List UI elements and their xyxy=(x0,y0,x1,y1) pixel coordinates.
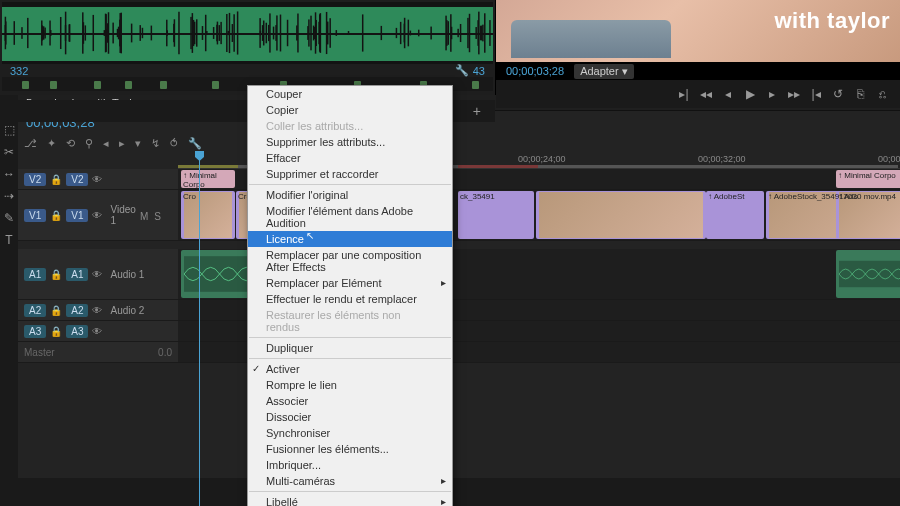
timeline-ctrl-3[interactable]: ⚲ xyxy=(85,137,93,150)
menu-item[interactable]: Modifier l'original xyxy=(248,187,452,203)
marker[interactable] xyxy=(212,81,219,89)
menu-item[interactable]: Multi-caméras xyxy=(248,473,452,489)
marker[interactable] xyxy=(125,81,132,89)
menu-item[interactable]: Supprimer et raccorder xyxy=(248,166,452,182)
toggle-icon[interactable]: 👁 xyxy=(92,269,102,280)
lock-icon[interactable]: 🔒 xyxy=(50,326,62,337)
toggle-icon[interactable]: 👁 xyxy=(92,326,102,337)
menu-item[interactable]: Libellé xyxy=(248,494,452,506)
transport-button-9[interactable]: ⎌ xyxy=(872,84,892,104)
clip[interactable] xyxy=(536,191,706,239)
wrench-icon[interactable]: 🔧 xyxy=(455,64,469,77)
lock-icon[interactable]: 🔒 xyxy=(50,210,62,221)
transport-button-3[interactable]: ▶ xyxy=(740,84,760,104)
clip[interactable]: Cro xyxy=(181,191,235,239)
transport-button-8[interactable]: ⎘ xyxy=(850,84,870,104)
transport-button-4[interactable]: ▸ xyxy=(762,84,782,104)
clip[interactable]: ck_35491 xyxy=(458,191,534,239)
track-head-v2[interactable]: V2🔒V2👁 xyxy=(18,169,178,189)
timeline-ctrl-5[interactable]: ▸ xyxy=(119,137,125,150)
track-tag[interactable]: A2 xyxy=(24,304,46,317)
track-tag2[interactable]: V1 xyxy=(66,209,88,222)
program-timecode[interactable]: 00;00;03;28 xyxy=(506,65,564,77)
lock-icon[interactable]: 🔒 xyxy=(50,174,62,185)
marker[interactable] xyxy=(50,81,57,89)
track-tag[interactable]: A3 xyxy=(24,325,46,338)
program-video[interactable]: with taylor xyxy=(496,0,900,62)
timeline-ctrl-1[interactable]: ✦ xyxy=(47,137,56,150)
clip[interactable]: ↑ AdobeSt xyxy=(706,191,764,239)
menu-item[interactable]: Effectuer le rendu et remplacer xyxy=(248,291,452,307)
menu-item[interactable]: Associer xyxy=(248,393,452,409)
track-tag2[interactable]: A3 xyxy=(66,325,88,338)
menu-item[interactable]: Copier xyxy=(248,102,452,118)
track-head-a1[interactable]: A1🔒A1👁Audio 1 xyxy=(18,249,178,299)
transport-button-5[interactable]: ▸▸ xyxy=(784,84,804,104)
lock-icon[interactable]: 🔒 xyxy=(50,269,62,280)
timeline-ctrl-6[interactable]: ▾ xyxy=(135,137,141,150)
track-tag[interactable]: A1 xyxy=(24,268,46,281)
timeline-ctrl-8[interactable]: ⥀ xyxy=(170,137,178,150)
svg-rect-33 xyxy=(190,17,191,33)
menu-item[interactable]: Activer xyxy=(248,361,452,377)
menu-item[interactable]: Remplacer par Elément xyxy=(248,275,452,291)
add-button[interactable]: + xyxy=(473,103,495,119)
tool-3[interactable]: ↔ xyxy=(2,167,16,181)
menu-item[interactable]: Fusionner les éléments... xyxy=(248,441,452,457)
clip[interactable] xyxy=(836,250,900,298)
track-head-master[interactable]: Master0.0 xyxy=(18,342,178,362)
track-tag[interactable]: V2 xyxy=(24,173,46,186)
tool-4[interactable]: ⇢ xyxy=(2,189,16,203)
timeline-ctrl-2[interactable]: ⟲ xyxy=(66,137,75,150)
svg-rect-92 xyxy=(229,33,230,53)
svg-rect-154 xyxy=(457,33,458,37)
toggle-icon[interactable]: 👁 xyxy=(92,174,102,185)
menu-item[interactable]: Effacer xyxy=(248,150,452,166)
transport-button-2[interactable]: ◂ xyxy=(718,84,738,104)
context-menu: CouperCopierColler les attributs...Suppr… xyxy=(247,85,453,506)
svg-rect-195 xyxy=(268,25,269,33)
timeline-ctrl-4[interactable]: ◂ xyxy=(103,137,109,150)
menu-item[interactable]: Modifier l'élément dans Adobe Audition xyxy=(248,203,452,231)
menu-item[interactable]: Couper xyxy=(248,86,452,102)
track-tag2[interactable]: A1 xyxy=(66,268,88,281)
toggle-icon[interactable]: 👁 xyxy=(92,210,102,221)
playhead[interactable] xyxy=(199,153,200,506)
menu-item[interactable]: Remplacer par une composition After Effe… xyxy=(248,247,452,275)
menu-item[interactable]: Dissocier xyxy=(248,409,452,425)
track-head-v1[interactable]: V1🔒V1👁Video 1MS xyxy=(18,190,178,240)
track-tag2[interactable]: V2 xyxy=(66,173,88,186)
tool-6[interactable]: T xyxy=(2,233,16,247)
track-head-a3[interactable]: A3🔒A3👁 xyxy=(18,321,178,341)
timeline-ctrl-0[interactable]: ⎇ xyxy=(24,137,37,150)
transport-button-7[interactable]: ↺ xyxy=(828,84,848,104)
marker[interactable] xyxy=(94,81,101,89)
fit-dropdown[interactable]: Adapter▾ xyxy=(574,64,634,79)
menu-item[interactable]: Imbriquer... xyxy=(248,457,452,473)
timeline-ctrl-7[interactable]: ↯ xyxy=(151,137,160,150)
track-tag[interactable]: V1 xyxy=(24,209,46,222)
transport-button-0[interactable]: ▸| xyxy=(674,84,694,104)
clip[interactable]: ↑ Minimal Corpo xyxy=(181,170,235,188)
menu-item[interactable]: Rompre le lien xyxy=(248,377,452,393)
menu-item[interactable]: Synchroniser xyxy=(248,425,452,441)
tool-5[interactable]: ✎ xyxy=(2,211,16,225)
marker[interactable] xyxy=(472,81,479,89)
audio-waveform[interactable] xyxy=(2,2,493,64)
track-head-a2[interactable]: A2🔒A2👁Audio 2 xyxy=(18,300,178,320)
tool-1[interactable]: ⬚ xyxy=(2,123,16,137)
menu-item[interactable]: Dupliquer xyxy=(248,340,452,356)
marker[interactable] xyxy=(160,81,167,89)
menu-item[interactable]: Licence↖ xyxy=(248,231,452,247)
menu-item[interactable]: Supprimer les attributs... xyxy=(248,134,452,150)
timeline-ctrl-9[interactable]: 🔧 xyxy=(188,137,202,150)
tool-2[interactable]: ✂ xyxy=(2,145,16,159)
marker[interactable] xyxy=(22,81,29,89)
svg-rect-1 xyxy=(2,7,493,33)
transport-button-6[interactable]: |◂ xyxy=(806,84,826,104)
transport-button-1[interactable]: ◂◂ xyxy=(696,84,716,104)
clip[interactable]: ↑ Minimal Corpo xyxy=(836,170,900,188)
toggle-icon[interactable]: 👁 xyxy=(92,305,102,316)
lock-icon[interactable]: 🔒 xyxy=(50,305,62,316)
track-tag2[interactable]: A2 xyxy=(66,304,88,317)
